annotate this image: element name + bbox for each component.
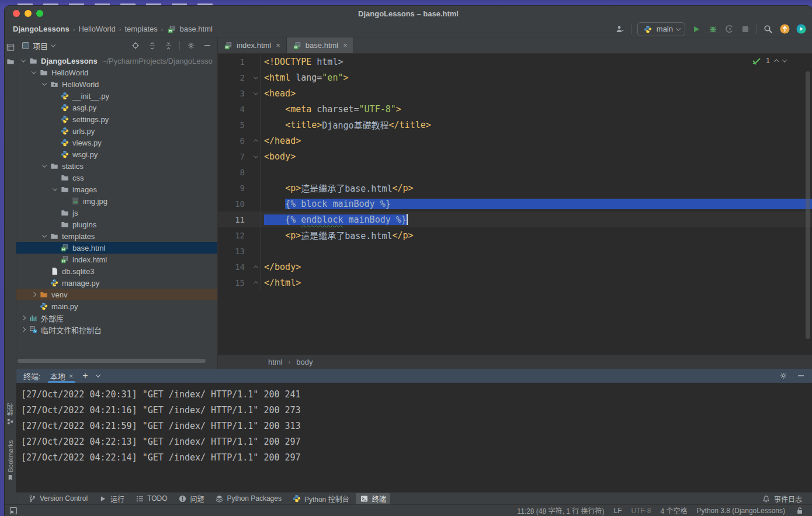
- editor-tab-index.html[interactable]: index.html×: [218, 37, 287, 53]
- chevron-down-icon[interactable]: [42, 233, 47, 237]
- toolwindow-button-python-packages[interactable]: Python Packages: [211, 493, 286, 504]
- breadcrumb-item[interactable]: HelloWorld: [78, 25, 115, 33]
- toolwindow-button-问题[interactable]: 问题: [174, 493, 209, 504]
- line-number[interactable]: 8: [218, 168, 251, 177]
- close-window-button[interactable]: [13, 10, 20, 17]
- toolwindow-button-终端[interactable]: 终端: [356, 493, 390, 504]
- line-number[interactable]: 13: [218, 247, 251, 256]
- next-problem-icon[interactable]: [782, 57, 787, 62]
- code-line-14[interactable]: 14</body>: [218, 259, 812, 275]
- tree-item-base.html[interactable]: base.html: [16, 242, 217, 254]
- folder-toolwindow-icon[interactable]: [5, 56, 16, 67]
- line-number[interactable]: 10: [218, 199, 251, 209]
- code-line-10[interactable]: 10 {% block mainBody %}: [218, 196, 812, 212]
- code-line-3[interactable]: 3<head>: [218, 85, 812, 101]
- tree-item-venv[interactable]: venv: [16, 289, 217, 300]
- code-line-8[interactable]: 8: [218, 164, 812, 180]
- toolwindow-button-version-control[interactable]: Version Control: [23, 493, 92, 504]
- editor-breadcrumb-html[interactable]: html: [268, 358, 283, 366]
- fold-close-icon[interactable]: [253, 265, 258, 270]
- line-number[interactable]: 11: [218, 215, 251, 224]
- line-number[interactable]: 12: [218, 231, 251, 240]
- terminal-dropdown-icon[interactable]: [95, 372, 100, 377]
- settings-gear-icon[interactable]: [186, 40, 196, 51]
- code-line-13[interactable]: 13: [218, 243, 812, 259]
- chevron-down-icon[interactable]: [42, 81, 47, 85]
- chevron-right-icon[interactable]: [21, 316, 26, 320]
- editor-breadcrumb-body[interactable]: body: [296, 358, 313, 366]
- tree-item-[interactable]: 临时文件和控制台: [16, 324, 217, 335]
- terminal-tab-local[interactable]: 本地 ×: [49, 369, 75, 383]
- traffic-lights[interactable]: [13, 10, 43, 17]
- line-number[interactable]: 1: [218, 57, 251, 67]
- chevron-down-icon[interactable]: [53, 186, 57, 191]
- debug-button[interactable]: [707, 24, 718, 34]
- code-line-9[interactable]: 9 <p>這是繼承了base.html</p>: [218, 180, 812, 196]
- caret-position[interactable]: 11:28 (48 字符, 1 行 换行符): [517, 505, 604, 515]
- close-tab-icon[interactable]: ×: [276, 41, 280, 50]
- stop-button[interactable]: [740, 24, 751, 34]
- project-toolwindow-icon[interactable]: [5, 42, 16, 53]
- event-log-button[interactable]: 事件日志: [758, 493, 806, 504]
- line-number[interactable]: 6: [218, 136, 251, 146]
- chevron-down-icon[interactable]: [42, 162, 47, 167]
- fold-close-icon[interactable]: [253, 281, 258, 286]
- python-interpreter[interactable]: Python 3.8 (DjangoLessons): [697, 507, 785, 515]
- search-everywhere-icon[interactable]: [763, 24, 773, 34]
- fold-open-icon[interactable]: [253, 74, 258, 79]
- file-encoding[interactable]: UTF-8: [631, 507, 651, 515]
- fold-close-icon[interactable]: [253, 139, 258, 144]
- profiler-button[interactable]: [724, 24, 734, 34]
- tree-item-js[interactable]: js: [16, 207, 217, 219]
- tree-item-css[interactable]: css: [16, 172, 217, 183]
- tree-item-wsgi.py[interactable]: wsgi.py: [16, 148, 217, 160]
- minimize-window-button[interactable]: [25, 10, 32, 17]
- breadcrumb-item[interactable]: base.html: [180, 25, 213, 33]
- code-line-7[interactable]: 7<body>: [218, 148, 812, 164]
- code-line-12[interactable]: 12 <p>這是繼承了base.html</p>: [218, 227, 812, 243]
- lock-icon[interactable]: [794, 505, 805, 516]
- terminal-settings-gear-icon[interactable]: [778, 370, 789, 381]
- chevron-down-icon[interactable]: [21, 57, 26, 62]
- toolwindow-button-todo[interactable]: TODO: [131, 493, 171, 504]
- close-tab-icon[interactable]: ×: [343, 41, 348, 50]
- tree-item-[interactable]: 外部库: [16, 312, 217, 324]
- line-number[interactable]: 14: [218, 262, 251, 272]
- line-number[interactable]: 9: [218, 183, 251, 193]
- code-with-me-icon[interactable]: [796, 24, 806, 34]
- line-number[interactable]: 7: [218, 152, 251, 161]
- run-configuration-select[interactable]: main: [637, 22, 685, 36]
- line-number[interactable]: 2: [218, 73, 251, 82]
- update-available-icon[interactable]: [779, 24, 790, 34]
- chevron-right-icon[interactable]: [21, 327, 26, 332]
- expand-all-icon[interactable]: [147, 40, 157, 51]
- code-line-4[interactable]: 4 <meta charset="UTF-8">: [218, 101, 812, 117]
- tree-item-index.html[interactable]: index.html: [16, 254, 217, 265]
- tree-item-helloworld[interactable]: HelloWorld: [16, 78, 217, 90]
- terminal-output[interactable]: [27/Oct/2022 04:20:31] "GET /index/ HTTP…: [16, 383, 812, 492]
- tree-item-img.jpg[interactable]: img.jpg: [16, 195, 217, 207]
- locate-file-icon[interactable]: [130, 40, 141, 51]
- tree-item-manage.py[interactable]: manage.py: [16, 277, 217, 289]
- line-number[interactable]: 3: [218, 89, 251, 98]
- indent-style[interactable]: 4 个空格: [661, 505, 688, 515]
- tree-item-__init__.py[interactable]: __init__.py: [16, 90, 217, 102]
- new-terminal-button[interactable]: +: [82, 370, 88, 381]
- tree-item-settings.py[interactable]: settings.py: [16, 113, 217, 125]
- close-icon[interactable]: ×: [69, 372, 74, 380]
- prev-problem-icon[interactable]: [774, 59, 779, 64]
- code-area[interactable]: 1<!DOCTYPE html>2<html lang="en">3<head>…: [218, 54, 812, 354]
- tree-item-djangolessons[interactable]: DjangoLessons~/PycharmProjects/DjangoLes…: [16, 55, 217, 67]
- run-button[interactable]: [691, 24, 702, 34]
- tree-item-asgi.py[interactable]: asgi.py: [16, 102, 217, 113]
- user-dropdown-icon[interactable]: [615, 24, 625, 34]
- fold-open-icon[interactable]: [253, 90, 258, 95]
- zoom-window-button[interactable]: [36, 10, 43, 17]
- structure-toolwindow-button[interactable]: 结构: [6, 403, 15, 425]
- tree-item-urls.py[interactable]: urls.py: [16, 125, 217, 137]
- code-line-15[interactable]: 15</html>: [218, 275, 812, 290]
- code-line-6[interactable]: 6</head>: [218, 133, 812, 148]
- code-line-1[interactable]: 1<!DOCTYPE html>: [218, 54, 812, 70]
- toolwindow-switcher-icon[interactable]: [8, 505, 19, 516]
- chevron-right-icon[interactable]: [32, 292, 36, 297]
